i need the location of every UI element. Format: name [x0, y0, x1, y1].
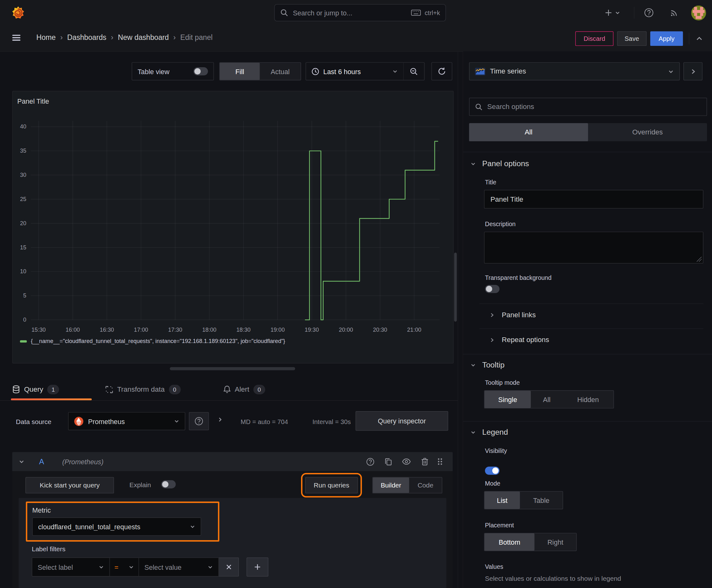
expand-row-icon[interactable] — [217, 417, 223, 422]
chevron-down-icon[interactable] — [19, 459, 24, 465]
chevron-right-icon — [490, 337, 494, 342]
transparent-bg-toggle[interactable] — [485, 285, 499, 293]
drag-handle-icon[interactable] — [434, 458, 447, 466]
svg-text:15:30: 15:30 — [31, 327, 45, 333]
svg-text:16:30: 16:30 — [100, 327, 114, 333]
transform-icon — [106, 385, 113, 393]
legend-header[interactable]: Legend — [470, 428, 508, 437]
legend-visibility-toggle[interactable] — [485, 466, 499, 475]
tooltip-header[interactable]: Tooltip — [470, 361, 504, 370]
code-option[interactable]: Code — [409, 478, 442, 493]
global-search[interactable]: Search or jump to... ctrl+k — [274, 4, 446, 21]
tooltip-title: Tooltip — [482, 361, 504, 370]
active-tab-underline — [11, 399, 92, 400]
discard-button[interactable]: Discard — [576, 31, 614, 46]
run-queries-button[interactable]: Run queries — [305, 477, 358, 493]
placement-bottom[interactable]: Bottom — [484, 533, 534, 551]
legend-mode-list[interactable]: List — [484, 491, 520, 509]
legend-mode-table[interactable]: Table — [520, 491, 563, 509]
svg-text:18:00: 18:00 — [202, 327, 216, 333]
grafana-logo[interactable] — [11, 5, 25, 20]
builder-option[interactable]: Builder — [373, 478, 409, 493]
panel-resize-handle[interactable] — [170, 367, 295, 370]
select-label-placeholder: Select label — [38, 563, 73, 571]
tab-alert[interactable]: Alert 0 — [223, 383, 265, 396]
help-icon[interactable] — [644, 8, 654, 18]
label-filter-operator-select[interactable]: = — [110, 558, 139, 577]
add-menu[interactable] — [604, 6, 620, 19]
breadcrumb-dashboards[interactable]: Dashboards — [67, 34, 106, 42]
label-filter-label-select[interactable]: Select label — [32, 558, 110, 577]
metric-value: cloudflared_tunnel_total_requests — [38, 523, 140, 530]
time-range-picker[interactable]: Last 6 hours — [306, 63, 404, 80]
panel-title-input[interactable] — [484, 190, 704, 209]
datasource-help-button[interactable] — [189, 412, 209, 430]
duplicate-query-icon[interactable] — [379, 458, 397, 466]
panel-options-header[interactable]: Panel options — [470, 160, 529, 169]
add-filter-button[interactable] — [246, 558, 268, 577]
svg-text:17:00: 17:00 — [134, 327, 148, 333]
zoom-out-button[interactable] — [404, 63, 424, 80]
breadcrumb-new-dashboard[interactable]: New dashboard — [118, 34, 169, 42]
legend-placement-switch: Bottom Right — [484, 533, 577, 551]
hide-query-icon[interactable] — [397, 458, 416, 466]
chevron-down-icon — [128, 564, 134, 569]
repeat-options-header[interactable]: Repeat options — [490, 336, 549, 344]
label-filter-value-select[interactable]: Select value — [139, 558, 219, 577]
description-textarea[interactable] — [484, 232, 704, 264]
title-field[interactable] — [484, 190, 704, 209]
svg-text:17:30: 17:30 — [168, 327, 182, 333]
collapse-header-icon[interactable] — [695, 34, 704, 43]
chevron-down-icon — [190, 524, 195, 529]
tooltip-mode-label: Tooltip mode — [485, 379, 520, 386]
timeseries-viz-icon — [475, 67, 486, 76]
fill-option[interactable]: Fill — [220, 63, 260, 80]
search-options-placeholder: Search options — [487, 103, 534, 111]
metric-select[interactable]: cloudflared_tunnel_total_requests — [33, 517, 201, 536]
query-stats-interval: Interval = 30s — [312, 418, 351, 425]
builder-code-switch: Builder Code — [372, 477, 442, 493]
refresh-button[interactable] — [431, 62, 452, 80]
placement-right[interactable]: Right — [534, 533, 576, 551]
main-scrollbar-thumb[interactable] — [454, 253, 457, 322]
tooltip-hidden-option[interactable]: Hidden — [563, 391, 613, 408]
delete-query-icon[interactable] — [415, 458, 434, 466]
tooltip-all-option[interactable]: All — [531, 391, 563, 408]
query-help-icon[interactable] — [361, 457, 379, 466]
tab-all[interactable]: All — [469, 123, 588, 141]
remove-filter-button[interactable] — [219, 558, 239, 577]
menu-toggle-icon[interactable] — [11, 33, 22, 43]
actual-option[interactable]: Actual — [260, 63, 300, 80]
query-row-header[interactable]: A (Prometheus) — [12, 452, 453, 471]
resize-handle-icon[interactable] — [697, 257, 702, 261]
collapse-options-button[interactable] — [684, 62, 703, 80]
chevron-right-icon — [490, 312, 494, 317]
panel-title[interactable]: Panel Title — [17, 97, 49, 105]
query-ref-id: A — [39, 457, 44, 466]
save-button[interactable]: Save — [617, 31, 647, 46]
news-rss-icon[interactable] — [669, 8, 679, 18]
chevron-right-icon: › — [173, 34, 176, 42]
query-inspector-button[interactable]: Query inspector — [356, 411, 448, 430]
datasource-picker[interactable]: Prometheus — [68, 412, 185, 430]
chevron-right-icon: › — [111, 34, 113, 42]
apply-button[interactable]: Apply — [650, 31, 683, 46]
tab-overrides[interactable]: Overrides — [588, 123, 707, 141]
tab-transform[interactable]: Transform data 0 — [106, 383, 180, 396]
breadcrumb-edit-panel: Edit panel — [180, 34, 213, 42]
explain-toggle[interactable] — [161, 480, 175, 488]
tab-alert-count: 0 — [253, 384, 265, 394]
search-options-input[interactable]: Search options — [469, 98, 707, 116]
query-datasource-hint: (Prometheus) — [62, 458, 103, 465]
tooltip-single-option[interactable]: Single — [484, 391, 531, 408]
tab-query[interactable]: Query 1 — [12, 383, 59, 396]
breadcrumb-home[interactable]: Home — [37, 34, 56, 42]
panel-links-header[interactable]: Panel links — [490, 311, 536, 319]
user-avatar[interactable] — [691, 5, 706, 20]
breadcrumb: Home › Dashboards › New dashboard › Edit… — [37, 33, 213, 43]
options-tabs: All Overrides — [469, 123, 707, 141]
table-view-toggle[interactable] — [193, 67, 208, 76]
chart-legend[interactable]: {__name__="cloudflared_tunnel_total_requ… — [20, 338, 285, 344]
visualization-picker[interactable]: Time series — [469, 62, 679, 80]
kick-start-query-button[interactable]: Kick start your query — [25, 477, 114, 493]
